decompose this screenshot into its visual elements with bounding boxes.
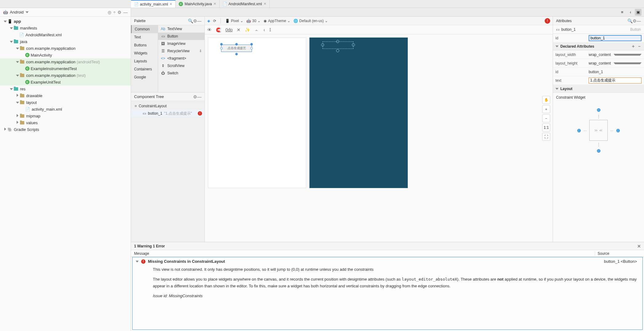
minimize-icon[interactable]: —: [197, 94, 201, 99]
corner-handle[interactable]: [220, 43, 223, 45]
minimize-icon[interactable]: —: [637, 18, 641, 23]
align-icon[interactable]: ⫠: [254, 27, 259, 32]
constraint-add-top[interactable]: ⊕: [597, 107, 601, 113]
search-icon[interactable]: 🔍: [627, 18, 633, 23]
download-icon[interactable]: ⬇: [199, 49, 202, 53]
constraint-handle[interactable]: [352, 43, 355, 46]
close-icon[interactable]: ✕: [637, 244, 641, 249]
layout-width-dropdown[interactable]: wrap_content: [589, 53, 642, 57]
palette-cat-text[interactable]: Text: [131, 33, 158, 41]
selected-button-widget[interactable]: .点击生成提艺: [221, 45, 252, 52]
tree-node-values[interactable]: values: [0, 119, 131, 126]
palette-item-textview[interactable]: AbTextView: [158, 25, 205, 33]
constraint-handle[interactable]: [321, 43, 324, 46]
gear-icon[interactable]: ⚙: [117, 10, 121, 15]
tab-main-activity[interactable]: C MainActivity.java ✕: [176, 0, 219, 8]
column-message[interactable]: Message: [131, 251, 595, 256]
constraint-handle[interactable]: [336, 49, 339, 52]
palette-cat-buttons[interactable]: Buttons: [131, 41, 158, 49]
palette-cat-widgets[interactable]: Widgets: [131, 49, 158, 57]
tree-node-main-activity[interactable]: C MainActivity: [0, 52, 131, 58]
close-icon[interactable]: ✕: [169, 2, 172, 6]
minimize-icon[interactable]: —: [123, 10, 128, 15]
palette-item-imageview[interactable]: 🖼ImageView: [158, 40, 205, 47]
tree-node-res[interactable]: res: [0, 85, 131, 92]
orientation-toggle[interactable]: ⟳: [213, 19, 216, 23]
api-picker[interactable]: 🤖 30 ⌄: [246, 19, 260, 23]
palette-item-fragment[interactable]: <><fragment>: [158, 55, 205, 62]
tree-node-package-androidtest[interactable]: com.example.myapplication (androidTest): [0, 58, 131, 65]
device-picker[interactable]: 📱 Pixel ⌄: [225, 19, 243, 23]
target-icon[interactable]: ◎: [108, 10, 111, 15]
column-source[interactable]: Source: [595, 251, 644, 256]
add-attribute-button[interactable]: ＋: [631, 44, 635, 49]
tree-node-drawable[interactable]: drawable: [0, 92, 131, 99]
constraint-widget[interactable]: ⊕ ··· ⊕ ⋮ ≫ ≪ ⋮ ⊕ ···: [553, 102, 644, 159]
zoom-in-button[interactable]: ＋: [542, 105, 550, 113]
tree-node-package-main[interactable]: com.example.myapplication: [0, 45, 131, 52]
text-input[interactable]: [589, 77, 642, 84]
component-tree-root[interactable]: ⌗ConstraintLayout: [131, 102, 205, 110]
zoom-out-button[interactable]: －: [542, 114, 550, 122]
tab-android-manifest[interactable]: 📄 AndroidManifest.xml ✕: [220, 0, 270, 8]
constraint-add-bottom[interactable]: ⊕: [597, 148, 601, 154]
tree-node-gradle-scripts[interactable]: 🐘Gradle Scripts: [0, 126, 131, 133]
code-view-button[interactable]: ≡: [619, 9, 626, 16]
blueprint-preview[interactable]: [309, 37, 408, 188]
chevron-down-icon[interactable]: [26, 11, 29, 13]
project-tree[interactable]: 📱app manifests 📄AndroidManifest.xml java…: [0, 17, 131, 331]
chevron-down-icon[interactable]: [555, 45, 559, 47]
minimize-icon[interactable]: —: [197, 18, 201, 23]
tree-node-activity-main-xml[interactable]: 📄activity_main.xml: [0, 106, 131, 112]
resize-handle[interactable]: [220, 47, 223, 49]
blueprint-button-widget[interactable]: [323, 41, 353, 49]
error-badge[interactable]: !: [545, 18, 550, 24]
pack-icon[interactable]: ⫞: [263, 27, 265, 32]
split-view-button[interactable]: ⫞: [627, 9, 634, 16]
palette-item-button[interactable]: ▭Button: [158, 33, 205, 40]
palette-cat-common[interactable]: Common: [131, 25, 158, 33]
zoom-fit-button[interactable]: ⛶: [542, 133, 550, 141]
close-icon[interactable]: ✕: [264, 2, 266, 6]
infer-constraints-icon[interactable]: ✨: [245, 27, 250, 32]
messages-body[interactable]: ! Missing Constraints in ConstraintLayou…: [132, 257, 643, 330]
eye-icon[interactable]: 👁: [207, 27, 212, 32]
palette-cat-google[interactable]: Google: [131, 73, 158, 81]
tree-node-manifests[interactable]: manifests: [0, 25, 131, 31]
tree-node-mipmap[interactable]: mipmap: [0, 112, 131, 119]
constraint-handle[interactable]: [336, 40, 339, 43]
palette-item-recyclerview[interactable]: ☰RecyclerView⬇: [158, 47, 205, 55]
palette-item-switch[interactable]: ⏻Switch: [158, 69, 205, 77]
guideline-icon[interactable]: 𝕀: [269, 27, 271, 32]
constraint-add-right[interactable]: ⊕: [616, 128, 620, 133]
magnet-icon[interactable]: 🧲: [216, 27, 221, 32]
theme-picker[interactable]: ◉ AppTheme ⌄: [264, 19, 290, 23]
palette-item-scrollview[interactable]: ⇕ScrollView: [158, 62, 205, 69]
tree-node-package-test[interactable]: com.example.myapplication (test): [0, 72, 131, 79]
error-icon[interactable]: !: [198, 111, 202, 116]
pan-button[interactable]: ✋: [542, 96, 550, 104]
device-preview[interactable]: .点击生成提艺: [208, 37, 306, 188]
design-view-button[interactable]: ▣: [635, 9, 642, 16]
collapse-icon[interactable]: ÷: [113, 10, 116, 15]
id-value[interactable]: button_1: [589, 70, 603, 74]
corner-handle[interactable]: [250, 43, 253, 45]
gear-icon[interactable]: ⚙: [193, 18, 197, 23]
error-source-link[interactable]: button_1 <Button>: [593, 259, 639, 264]
resize-handle[interactable]: [235, 53, 238, 55]
chevron-down-icon[interactable]: [555, 88, 559, 90]
tree-node-example-unit[interactable]: C ExampleUnitTest: [0, 79, 131, 85]
tree-node-layout[interactable]: layout: [0, 99, 131, 106]
constraint-add-left[interactable]: ⊕: [577, 128, 581, 133]
layout-height-dropdown[interactable]: wrap_content: [589, 61, 642, 65]
default-margins[interactable]: 0dp: [225, 27, 233, 32]
id-input[interactable]: [589, 35, 642, 41]
search-icon[interactable]: 🔍: [188, 18, 193, 23]
locale-picker[interactable]: 🌐 Default (en-us) ⌄: [293, 19, 328, 23]
chevron-down-icon[interactable]: [136, 261, 139, 262]
zoom-reset-button[interactable]: 1:1: [542, 124, 550, 132]
gear-icon[interactable]: ⚙: [633, 18, 637, 23]
resize-handle[interactable]: [250, 47, 253, 49]
palette-cat-containers[interactable]: Containers: [131, 65, 158, 73]
project-scope-dropdown[interactable]: Android: [10, 10, 24, 14]
